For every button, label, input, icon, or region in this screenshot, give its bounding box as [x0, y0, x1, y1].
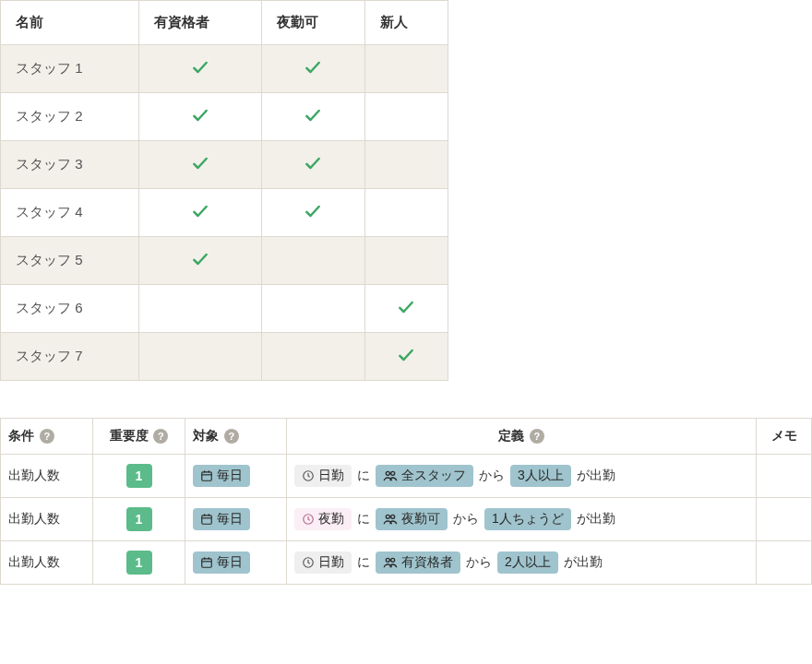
- staff-nightOk-cell[interactable]: [262, 45, 365, 93]
- check-icon: [304, 202, 322, 220]
- staff-newcomer-cell[interactable]: [364, 333, 448, 381]
- table-row: スタッフ 4: [1, 189, 448, 237]
- condition-cell: 出勤人数: [1, 455, 93, 498]
- people-icon: [383, 513, 398, 526]
- staff-nightOk-cell[interactable]: [262, 333, 365, 381]
- table-row: スタッフ 7: [1, 333, 448, 381]
- staff-nightOk-cell[interactable]: [262, 189, 365, 237]
- cond-header-target-label: 対象: [193, 428, 219, 443]
- importance-badge[interactable]: 1: [126, 464, 152, 488]
- table-row: 出勤人数1毎日日勤に有資格者から2人以上が出勤: [1, 541, 812, 585]
- cond-header-definition: 定義 ?: [287, 419, 757, 455]
- staff-qualified-cell[interactable]: [139, 141, 262, 189]
- group-pill[interactable]: 有資格者: [376, 551, 460, 574]
- staff-newcomer-cell[interactable]: [364, 285, 448, 333]
- staff-nightOk-cell[interactable]: [262, 93, 365, 141]
- memo-cell[interactable]: [757, 455, 812, 498]
- count-pill[interactable]: 3人以上: [510, 465, 571, 487]
- cond-header-memo: メモ: [757, 419, 812, 455]
- svg-rect-0: [202, 472, 212, 480]
- shift-label: 夜勤: [318, 511, 344, 528]
- staff-name-cell[interactable]: スタッフ 2: [1, 93, 139, 141]
- clock-icon: [302, 556, 315, 569]
- importance-badge[interactable]: 1: [126, 507, 152, 531]
- check-icon: [191, 202, 209, 220]
- shift-pill[interactable]: 夜勤: [294, 508, 352, 530]
- staff-header-nightok: 夜勤可: [262, 1, 365, 45]
- table-row: 出勤人数1毎日日勤に全スタッフから3人以上が出勤: [1, 455, 812, 498]
- group-label: 全スタッフ: [401, 468, 466, 484]
- staff-nightOk-cell[interactable]: [262, 237, 365, 285]
- calendar-icon: [200, 469, 213, 482]
- staff-name-cell[interactable]: スタッフ 1: [1, 45, 139, 93]
- conditions-table: 条件 ? 重要度 ? 対象 ? 定義 ? メモ: [0, 418, 812, 585]
- staff-qualified-cell[interactable]: [139, 93, 262, 141]
- staff-name-cell[interactable]: スタッフ 3: [1, 141, 139, 189]
- group-pill[interactable]: 全スタッフ: [376, 465, 473, 487]
- staff-table-header-row: 名前 有資格者 夜勤可 新人: [1, 1, 448, 45]
- table-row: スタッフ 5: [1, 237, 448, 285]
- definition-cell: 日勤に全スタッフから3人以上が出勤: [287, 455, 757, 498]
- target-label: 毎日: [217, 554, 243, 571]
- count-label: 2人以上: [505, 554, 551, 571]
- memo-cell[interactable]: [757, 498, 812, 541]
- help-icon[interactable]: ?: [224, 429, 239, 444]
- group-pill[interactable]: 夜勤可: [376, 508, 448, 530]
- staff-qualified-cell[interactable]: [139, 333, 262, 381]
- definition-text: に: [357, 468, 370, 484]
- staff-name-cell[interactable]: スタッフ 6: [1, 285, 139, 333]
- count-label: 1人ちょうど: [492, 511, 564, 528]
- count-pill[interactable]: 1人ちょうど: [484, 508, 571, 530]
- target-pill[interactable]: 毎日: [193, 508, 250, 530]
- staff-newcomer-cell[interactable]: [364, 189, 448, 237]
- definition-text: が出勤: [577, 468, 615, 484]
- target-pill[interactable]: 毎日: [193, 465, 250, 487]
- help-icon[interactable]: ?: [530, 429, 544, 444]
- staff-name-cell[interactable]: スタッフ 7: [1, 333, 139, 381]
- svg-point-20: [391, 558, 395, 562]
- clock-icon: [302, 513, 315, 526]
- staff-header-qualified: 有資格者: [139, 1, 262, 45]
- people-icon: [383, 469, 398, 482]
- staff-qualified-cell[interactable]: [139, 45, 262, 93]
- shift-pill[interactable]: 日勤: [294, 465, 352, 487]
- check-icon: [304, 106, 322, 125]
- staff-newcomer-cell[interactable]: [364, 93, 448, 141]
- definition-text: から: [453, 511, 479, 528]
- target-cell: 毎日: [185, 455, 287, 498]
- target-label: 毎日: [217, 511, 243, 528]
- importance-cell: 1: [93, 541, 185, 585]
- help-icon[interactable]: ?: [40, 429, 54, 444]
- staff-newcomer-cell[interactable]: [364, 45, 448, 93]
- help-icon[interactable]: ?: [153, 429, 168, 444]
- check-icon: [191, 58, 209, 77]
- svg-point-6: [391, 471, 395, 475]
- target-cell: 毎日: [185, 498, 287, 541]
- definition-cell: 日勤に有資格者から2人以上が出勤: [287, 541, 757, 585]
- check-icon: [397, 298, 415, 316]
- staff-nightOk-cell[interactable]: [262, 285, 365, 333]
- staff-nightOk-cell[interactable]: [262, 141, 365, 189]
- memo-cell[interactable]: [757, 541, 812, 585]
- check-icon: [397, 346, 415, 364]
- shift-label: 日勤: [318, 554, 344, 571]
- target-pill[interactable]: 毎日: [193, 551, 250, 574]
- staff-name-cell[interactable]: スタッフ 4: [1, 189, 139, 237]
- staff-newcomer-cell[interactable]: [364, 237, 448, 285]
- condition-cell: 出勤人数: [1, 498, 93, 541]
- staff-table: 名前 有資格者 夜勤可 新人 スタッフ 1スタッフ 2スタッフ 3スタッフ 4ス…: [0, 0, 448, 381]
- importance-badge[interactable]: 1: [126, 551, 152, 575]
- definition-text: に: [357, 511, 370, 528]
- staff-qualified-cell[interactable]: [139, 189, 262, 237]
- shift-pill[interactable]: 日勤: [294, 551, 352, 574]
- staff-name-cell[interactable]: スタッフ 5: [1, 237, 139, 285]
- staff-newcomer-cell[interactable]: [364, 141, 448, 189]
- check-icon: [191, 154, 209, 172]
- staff-qualified-cell[interactable]: [139, 285, 262, 333]
- staff-qualified-cell[interactable]: [139, 237, 262, 285]
- count-pill[interactable]: 2人以上: [497, 551, 558, 574]
- staff-header-name: 名前: [1, 1, 139, 45]
- table-row: スタッフ 6: [1, 285, 448, 333]
- definition-text: から: [466, 554, 492, 571]
- definition-text: に: [357, 554, 370, 571]
